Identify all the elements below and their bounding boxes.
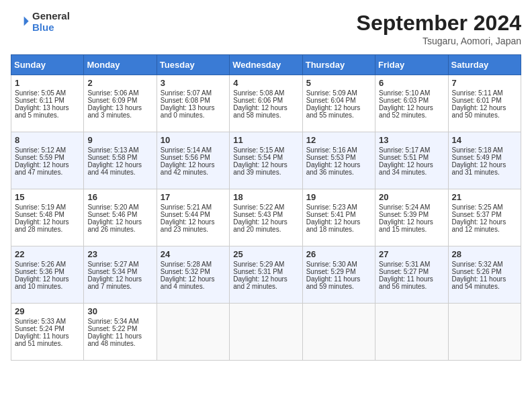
header-cell: Thursday (302, 55, 375, 75)
day-info-line: Daylight: 12 hours (379, 104, 444, 111)
day-info-line: Sunrise: 5:33 AM (15, 318, 80, 325)
day-info-line: and 55 minutes. (306, 111, 371, 119)
header-cell: Monday (84, 55, 157, 75)
header-cell: Wednesday (230, 55, 302, 75)
day-info-line: Sunset: 5:48 PM (15, 211, 80, 218)
day-info-line: Sunset: 5:56 PM (161, 154, 226, 161)
day-info-line: Daylight: 13 hours (161, 104, 226, 111)
day-info-line: and 15 minutes. (379, 226, 444, 233)
day-info-line: Daylight: 12 hours (233, 218, 298, 226)
calendar-cell: 22Sunrise: 5:26 AMSunset: 5:36 PMDayligh… (11, 246, 84, 304)
calendar-cell: 2Sunrise: 5:06 AMSunset: 6:09 PMDaylight… (84, 75, 157, 132)
day-info-line: Daylight: 11 hours (87, 332, 152, 340)
day-number: 13 (379, 135, 444, 145)
day-number: 24 (161, 249, 226, 259)
day-info-line: and 52 minutes. (379, 111, 444, 119)
day-info-line: and 42 minutes. (161, 169, 226, 176)
day-info-line: Sunrise: 5:18 AM (452, 146, 517, 154)
day-info-line: Daylight: 12 hours (161, 275, 226, 283)
day-info-line: Daylight: 11 hours (15, 332, 80, 340)
calendar-week-row: 29Sunrise: 5:33 AMSunset: 5:24 PMDayligh… (11, 304, 521, 361)
day-info-line: Sunset: 5:58 PM (87, 154, 152, 161)
day-number: 23 (87, 249, 152, 259)
day-number: 11 (233, 135, 298, 145)
calendar-cell: 13Sunrise: 5:17 AMSunset: 5:51 PMDayligh… (375, 132, 448, 189)
day-info-line: Daylight: 12 hours (87, 275, 152, 283)
day-info-line: Sunset: 5:26 PM (452, 268, 517, 275)
day-info-line: and 34 minutes. (379, 169, 444, 176)
day-info-line: Sunset: 5:59 PM (15, 154, 80, 161)
day-number: 30 (87, 306, 152, 316)
day-info-line: Sunrise: 5:14 AM (161, 146, 226, 154)
day-info-line: and 50 minutes. (452, 111, 517, 119)
day-info-line: Sunset: 5:22 PM (87, 325, 152, 332)
day-info-line: Sunrise: 5:13 AM (87, 146, 152, 154)
day-number: 5 (306, 78, 371, 88)
calendar-cell (230, 304, 302, 361)
day-info-line: and 10 minutes. (15, 283, 80, 290)
calendar-cell: 25Sunrise: 5:29 AMSunset: 5:31 PMDayligh… (230, 246, 302, 304)
day-info-line: Sunrise: 5:20 AM (87, 203, 152, 211)
day-info-line: Sunrise: 5:16 AM (306, 146, 371, 154)
calendar-cell: 20Sunrise: 5:24 AMSunset: 5:39 PMDayligh… (375, 189, 448, 246)
calendar-cell (448, 304, 521, 361)
day-number: 14 (452, 135, 517, 145)
logo-line1: General (32, 11, 70, 22)
day-info-line: and 59 minutes. (306, 283, 371, 290)
day-info-line: Sunset: 5:27 PM (379, 268, 444, 275)
header-row: SundayMondayTuesdayWednesdayThursdayFrid… (11, 55, 521, 75)
day-info-line: Sunset: 5:24 PM (15, 325, 80, 332)
day-info-line: and 51 minutes. (15, 340, 80, 347)
calendar-subtitle: Tsugaru, Aomori, Japan (357, 36, 521, 46)
header-cell: Saturday (448, 55, 521, 75)
day-info-line: Sunrise: 5:15 AM (233, 146, 298, 154)
day-number: 12 (306, 135, 371, 145)
day-info-line: and 56 minutes. (379, 283, 444, 290)
day-info-line: and 28 minutes. (15, 226, 80, 233)
day-info-line: Sunset: 5:43 PM (233, 211, 298, 218)
day-info-line: Sunset: 5:34 PM (87, 268, 152, 275)
day-number: 10 (161, 135, 226, 145)
day-info-line: and 54 minutes. (452, 283, 517, 290)
calendar-week-row: 1Sunrise: 5:05 AMSunset: 6:11 PMDaylight… (11, 75, 521, 132)
day-info-line: Sunrise: 5:12 AM (15, 146, 80, 154)
day-info-line: Sunrise: 5:30 AM (306, 261, 371, 268)
logo: General Blue (11, 11, 70, 33)
day-info-line: and 18 minutes. (306, 226, 371, 233)
day-number: 27 (379, 249, 444, 259)
day-number: 16 (87, 192, 152, 202)
day-info-line: and 31 minutes. (452, 169, 517, 176)
day-info-line: and 7 minutes. (87, 283, 152, 290)
calendar-body: 1Sunrise: 5:05 AMSunset: 6:11 PMDaylight… (11, 75, 521, 361)
day-info-line: Sunset: 6:06 PM (233, 97, 298, 104)
day-info-line: Daylight: 12 hours (87, 161, 152, 169)
day-info-line: Daylight: 12 hours (233, 275, 298, 283)
day-info-line: Sunset: 6:09 PM (87, 97, 152, 104)
day-info-line: Sunrise: 5:25 AM (452, 203, 517, 211)
calendar-cell (375, 304, 448, 361)
day-info-line: Sunset: 5:54 PM (233, 154, 298, 161)
calendar-table: SundayMondayTuesdayWednesdayThursdayFrid… (11, 54, 521, 361)
calendar-cell: 16Sunrise: 5:20 AMSunset: 5:46 PMDayligh… (84, 189, 157, 246)
day-info-line: Daylight: 12 hours (452, 218, 517, 226)
day-info-line: Sunrise: 5:10 AM (379, 89, 444, 97)
day-info-line: Sunrise: 5:21 AM (161, 203, 226, 211)
calendar-cell: 18Sunrise: 5:22 AMSunset: 5:43 PMDayligh… (230, 189, 302, 246)
day-info-line: and 44 minutes. (87, 169, 152, 176)
logo-line2: Blue (32, 22, 70, 34)
calendar-cell: 15Sunrise: 5:19 AMSunset: 5:48 PMDayligh… (11, 189, 84, 246)
calendar-cell: 12Sunrise: 5:16 AMSunset: 5:53 PMDayligh… (302, 132, 375, 189)
day-info-line: and 4 minutes. (161, 283, 226, 290)
calendar-week-row: 15Sunrise: 5:19 AMSunset: 5:48 PMDayligh… (11, 189, 521, 246)
calendar-cell: 30Sunrise: 5:34 AMSunset: 5:22 PMDayligh… (84, 304, 157, 361)
day-info-line: Sunset: 6:01 PM (452, 97, 517, 104)
day-info-line: Daylight: 12 hours (306, 218, 371, 226)
day-info-line: Daylight: 12 hours (233, 161, 298, 169)
day-info-line: Sunrise: 5:17 AM (379, 146, 444, 154)
day-info-line: Sunset: 6:04 PM (306, 97, 371, 104)
day-info-line: and 23 minutes. (161, 226, 226, 233)
day-info-line: Sunset: 5:41 PM (306, 211, 371, 218)
day-number: 22 (15, 249, 80, 259)
day-info-line: Sunrise: 5:24 AM (379, 203, 444, 211)
day-info-line: and 58 minutes. (233, 111, 298, 119)
